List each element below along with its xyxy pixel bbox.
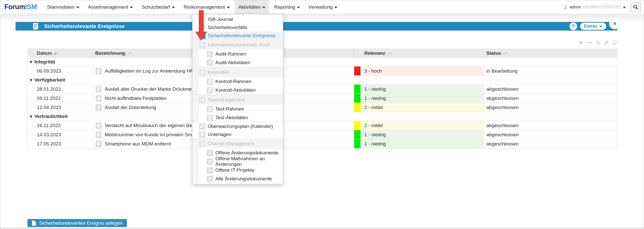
menu-item-alle-nderungsdokumente[interactable]: Alle Änderungsdokumente [199,174,283,183]
menu-item-label: Unterlagen [208,132,231,137]
user-menu[interactable]: admin (ADMINISTRATOR) [563,5,626,10]
document-icon [207,87,213,93]
collapse-triangle-icon[interactable]: ▼ [30,115,32,118]
collapse-triangle-icon[interactable]: ▼ [30,60,32,64]
menu-item-label: Test-Aktivitäten [215,115,248,120]
table-row[interactable]: 16.11.2022Verdacht auf Missbrauch der ei… [28,121,617,130]
wrench-icon[interactable] [604,40,609,45]
menu-item-kontroll-rahmen[interactable]: Kontroll-Rahmen [199,77,283,86]
event-title: Smartphone aus MDM entfernt [105,141,171,147]
cell-relevance: 3 - hoch [354,66,484,75]
menu-item-sicherheitsvorf-lle[interactable]: Sicherheitsvorfälle [192,23,283,32]
table-row[interactable]: 12.04.2023Ausfall der Datenleitung2 - mi… [28,103,617,112]
menu-item-label: Offene Maßnahmen an Änderungen [215,156,283,167]
menu-item-unterlagen[interactable]: Unterlagen [192,130,283,139]
menu-item-verwaltung[interactable]: Verwaltung [305,0,341,14]
global-search-button[interactable] [631,2,641,12]
document-icon [96,104,102,111]
user-name: admin [570,5,581,10]
menu-section-header-testmanagement: Testmanagement [192,95,283,105]
column-header-relevanz[interactable]: Relevanz▲▼ [354,49,484,57]
chevron-down-icon [227,7,230,8]
menu-item-berwachungsplan-kalender[interactable]: Überwachungsplan (Kalender) [192,122,283,130]
cell-relevance: 1 - niedrig [354,139,484,148]
group-label: Verfügbarkeit [34,77,65,83]
minus-icon[interactable]: − [587,40,593,45]
table-row[interactable]: 09.11.2022Nicht auffindbare Festplatten1… [28,94,617,103]
create-event-button[interactable]: Sicherheitsrelevantes Ereignis anlegen [27,219,127,227]
menu-item-kontroll-aktivit-ten[interactable]: Kontroll-Aktivitäten [199,86,283,95]
relevance-label: 1 - niedrig [364,132,386,138]
table-row[interactable]: 06.09.2023Auffälligkeiten im Log zur Anw… [28,66,617,76]
menu-item-test-aktivit-ten[interactable]: Test-Aktivitäten [199,113,283,122]
document-icon [207,78,213,85]
help-button[interactable]: ? [570,22,577,30]
menu-section-change-management: Change-ManagementOffene Änderungsdokumen… [192,139,283,183]
menu-item-offene-ma-nahmen-an-nderungen[interactable]: Offene Maßnahmen an Änderungen [199,157,283,166]
relevance-color-block [354,85,361,93]
user-icon [563,5,568,9]
group-row-vertraulichkeit[interactable]: ▼Vertraulichkeit [28,112,617,121]
group-row-verf-gbarkeit[interactable]: ▼Verfügbarkeit [28,76,617,85]
cell-date: 09.11.2022 [28,94,93,103]
column-header-datum[interactable]: Datum▲▼ [28,49,93,57]
extras-button[interactable]: Extras [580,23,606,30]
topbar: ForumISM StammdatenAssetmanagementSchutz… [0,0,644,14]
menu-item-label: Risikomanagement [184,4,225,10]
search-icon [207,51,213,57]
group-row-integrit-t[interactable]: ▼Integrität [28,58,617,66]
menu-item-offene-it-projekte[interactable]: Offene IT-Projekte [199,166,283,174]
menu-section-testmanagement: TestmanagementTest-RahmenTest-Aktivitäte… [192,95,283,122]
menu-item-reporting[interactable]: Reporting [271,0,303,14]
menu-item-schutzbedarf[interactable]: Schutzbedarf [138,0,178,14]
menu-item-test-rahmen[interactable]: Test-Rahmen [199,105,283,113]
menu-item-aktivit-ten[interactable]: Aktivitäten [235,0,269,14]
menu-item-sicherheitsrelevante-ereignisse[interactable]: Sicherheitsrelevante Ereignisse [192,32,283,40]
user-role: (ADMINISTRATOR) [583,5,621,10]
menu-item-assetmanagement[interactable]: Assetmanagement [84,0,137,14]
sort-arrows-icon[interactable]: ▲▼ [54,51,58,55]
menu-item-audit-aktivit-ten[interactable]: Audit-Aktivitäten [199,58,283,67]
collapse-triangle-icon[interactable]: ▼ [30,78,32,82]
table-row[interactable]: 17.05.2023Smartphone aus MDM entfernt1 -… [28,139,617,148]
sort-arrows-icon[interactable]: ▲▼ [387,51,391,55]
refresh-icon[interactable] [612,40,617,45]
column-header-status[interactable]: Status▲▼ [484,49,617,57]
document-icon [96,131,102,138]
menu-section-label: Kontrollen [208,70,230,75]
search-icon[interactable] [595,40,601,45]
chevron-down-icon [262,7,265,8]
table-row[interactable]: 14.03.2023Mobilnummer von Kunde im priva… [28,130,617,139]
menu-item-isb-journal[interactable]: ISB-Journal [192,15,283,23]
close-button[interactable]: × [610,19,620,29]
menu-item-risikomanagement[interactable]: Risikomanagement [180,0,233,14]
document-icon [32,22,39,30]
change-icon [207,176,213,182]
cell-status: abgeschlossen [484,94,617,103]
chevron-down-icon [76,7,79,8]
search-calendar-icon [199,123,205,130]
table-row[interactable]: 28.01.2022Ausfall aller Drucker der Mark… [28,85,617,94]
column-header-label: Bezeichnung [95,50,125,56]
menu-item-audit-rahmen[interactable]: Audit-Rahmen [199,50,283,58]
list-icon [199,69,205,76]
sort-arrows-icon[interactable]: ▲▼ [503,51,507,55]
cell-relevance: 1 - niedrig [354,94,484,103]
menu-subitems: Offene ÄnderungsdokumenteOffene Maßnahme… [199,149,283,183]
cell-status: abgeschlossen [484,85,617,93]
list-icon [199,42,205,48]
plus-icon[interactable]: + [578,40,584,45]
chevron-down-icon [599,26,602,28]
menu-item-label: ISB-Journal [208,17,233,22]
relevance-label: 1 - niedrig [364,96,386,101]
menu-item-stammdaten[interactable]: Stammdaten [43,0,83,14]
cell-relevance: 1 - niedrig [354,85,484,93]
group-label: Vertraulichkeit [34,114,68,119]
menu-item-label: Audit-Aktivitäten [215,60,250,65]
relevance-color-block [354,121,361,130]
menu-item-label: Reporting [274,4,295,10]
menu-item-label: Sicherheitsrelevante Ereignisse [208,33,275,38]
change-icon [207,150,213,156]
menu-item-label: Test-Rahmen [215,106,244,112]
sort-arrows-icon[interactable]: ▲▼ [127,51,131,55]
